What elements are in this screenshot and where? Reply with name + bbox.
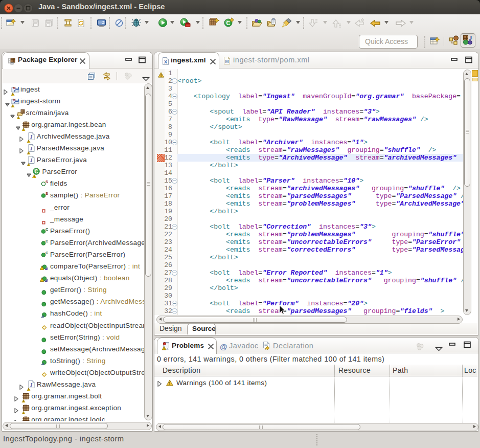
svg-text:M: M [225,59,229,64]
svg-text:M: M [13,86,16,89]
svg-text:C: C [45,228,48,232]
svg-text:C: C [45,239,48,243]
svg-text:M: M [13,98,16,101]
svg-text:S: S [45,180,48,184]
svg-text:C: C [226,20,231,26]
svg-text:X: X [164,59,167,64]
svg-text:S: S [45,192,48,196]
svg-text:J: J [17,98,19,103]
svg-text:J: J [17,86,19,91]
svg-text:C: C [45,251,48,255]
